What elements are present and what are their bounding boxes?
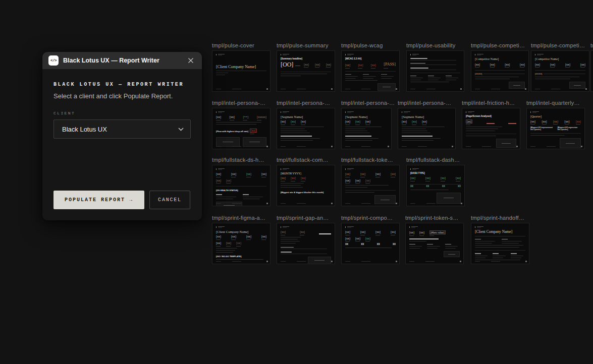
placeholder-text: [xx]: [409, 231, 414, 234]
stat-caption: [295, 66, 300, 66]
chip-caption: [304, 67, 308, 68]
chip-caption: [384, 68, 388, 69]
frame-name-label[interactable]: tmpl/fullstack-dash…: [406, 157, 460, 163]
mini-button: [569, 82, 585, 89]
placeholder-text: [xx]: [250, 129, 257, 133]
frame-name-label[interactable]: tmpl/fullstack-toke…: [341, 157, 393, 163]
placeholder-chip: [xx]: [246, 235, 251, 240]
template-frame-pulse-3[interactable]: [WCAG 2.2 AA][xx][xx][xx][PASS]: [341, 50, 400, 92]
frame-name-label[interactable]: tmpl/intel-friction-h…: [462, 100, 515, 106]
frame-name-label[interactable]: tmpl/pulse-competi…: [471, 42, 525, 48]
template-frame-intel-5[interactable]: [Page/Screen Analyzed][xx]: [462, 108, 520, 149]
template-frame-fullstack-1[interactable]: [xx][xx][xx][xx][xx][xx][DS HEALTH STATU…: [212, 165, 271, 206]
template-frame-intel-1[interactable]: [xx][xx][++][xxxxx][Flow with highest dr…: [212, 108, 271, 149]
frame-header-mark: [281, 226, 331, 228]
chip-caption: [301, 125, 305, 125]
frame-name-label[interactable]: tmpl/sprint-figma-a…: [212, 215, 265, 221]
placeholder-chip: [xx]: [425, 176, 430, 181]
template-frame-intel-6[interactable]: [Quarter][xx][xx][xx][xx][xx][Biggest UX…: [526, 108, 585, 149]
frame-name-label[interactable]: tmpl/pulse-usability: [406, 42, 456, 48]
mini-button: [216, 137, 240, 147]
client-select[interactable]: Black Lotus UX: [53, 119, 191, 139]
template-frame-pulse-7[interactable]: [Competitor Name][xx][xx][xx][xx][XX/XX]: [590, 50, 593, 92]
bold-callout-bar: [281, 136, 312, 137]
cancel-button[interactable]: CANCEL: [149, 191, 190, 209]
frame-header-mark: [410, 168, 461, 170]
template-frame-fullstack-4[interactable]: [DASH TYPE][xx][xx][xx][xx]XXXXXXXX: [406, 165, 465, 206]
skeleton-line: [402, 129, 426, 129]
mini-button: [216, 202, 242, 206]
placeholder-chip: [xx]: [365, 179, 370, 184]
placeholder-chip: [xx]: [466, 119, 472, 125]
template-frame-intel-2[interactable]: [Segment Name][xx][xx][xx]: [277, 108, 335, 149]
placeholder-text: [xx]: [412, 120, 417, 124]
frame-corner-glyph: [266, 146, 268, 147]
frame-name-label[interactable]: tmpl/pulse-summary: [277, 42, 329, 48]
frame-name-label[interactable]: tmpl/intel-persona-…: [398, 100, 451, 106]
key-label: [XX/XX]: [475, 73, 482, 75]
frame-header-mark: [281, 168, 331, 170]
chip-caption: [261, 239, 266, 240]
placeholder-text: [xx]: [231, 235, 236, 238]
chip-caption: [530, 124, 535, 125]
template-frame-sprint-4[interactable]: [xx][xx][#hex value]: [405, 223, 464, 264]
template-frame-fullstack-2[interactable]: [MONTH YYYY][xx][xx][xx][Biggest win & b…: [277, 165, 335, 206]
skeleton-line: [345, 133, 370, 133]
template-frame-sprint-2[interactable]: [xx][xx]: [277, 223, 335, 264]
frame-name-label[interactable]: tmpl/intel-persona-…: [212, 100, 265, 106]
skeleton-line: [216, 259, 263, 260]
bold-callout: [402, 136, 452, 137]
chip-caption: [226, 183, 231, 184]
template-frame-fullstack-3[interactable]: [xx][xx][xx][xx][xx][xx][xx]: [341, 165, 400, 206]
frame-name-label[interactable]: tmpl/intel-persona-…: [341, 100, 395, 106]
template-frame-pulse-2[interactable]: [Summary headline][OO][xx][xx][xx]: [277, 50, 335, 92]
mini-heading: [Client Company Name]: [475, 230, 525, 236]
frame-name-label[interactable]: tmpl/pulse-cover: [212, 42, 254, 48]
frame-name-label[interactable]: tmpl/sprint-compo…: [341, 215, 393, 221]
frame-name-label[interactable]: tmpl/intel-quarterly…: [526, 100, 580, 106]
mini-column: [243, 194, 266, 199]
mini-heading: [Segment Name]: [402, 115, 452, 118]
skeleton-line: [402, 131, 427, 131]
chip-caption: [300, 235, 304, 235]
frame-name-label[interactable]: tmpl/pulse-competi…: [590, 42, 593, 48]
skeleton-line: [535, 79, 570, 79]
skeleton-line: [281, 183, 304, 184]
close-button[interactable]: [186, 55, 196, 66]
template-frame-intel-4[interactable]: [Segment Name][xx][xx][xx]: [398, 108, 456, 149]
skeleton-line: [409, 241, 426, 241]
skeleton-line: [535, 77, 579, 77]
placeholder-bar: [487, 123, 495, 124]
mini-column: [409, 244, 424, 249]
frame-name-label[interactable]: tmpl/sprint-token-s…: [405, 215, 458, 221]
template-frame-pulse-6[interactable]: [Competitor Name][xx][xx][xx][xx][XX/XX]: [531, 50, 589, 92]
placeholder-text: [xx]: [456, 176, 461, 180]
template-frame-intel-3[interactable]: [Segment Name][xx][xx][xx]: [341, 108, 392, 149]
populate-report-button[interactable]: POPULATE REPORT →: [53, 191, 144, 209]
template-frame-pulse-4[interactable]: [406, 50, 464, 92]
frame-name-label[interactable]: tmpl/intel-persona-…: [277, 100, 330, 106]
mini-column: [363, 74, 378, 79]
placeholder-text: [xx]: [419, 231, 424, 234]
placeholder-chip: [xx]: [360, 172, 365, 177]
placeholder-text: [xx]: [216, 179, 221, 183]
template-frame-sprint-3[interactable]: [xx][xx][xx][xx][xx][xx][xx]XXXXXXXX: [341, 223, 400, 264]
template-frame-pulse-5[interactable]: [Competitor Name][xx][xx][xx][xx][XX/XX]: [471, 50, 529, 92]
chip-caption: [236, 246, 241, 247]
frame-header-mark: [345, 168, 396, 170]
chip-caption: [216, 239, 221, 240]
frame-name-label[interactable]: tmpl/pulse-competi…: [531, 42, 585, 48]
template-frame-sprint-1[interactable]: [Client Company Name][xx][xx][xx][xx][xx…: [212, 223, 271, 264]
mini-columns: [475, 239, 525, 244]
chip-caption: [216, 177, 221, 177]
placeholder-chip: [xx]: [375, 172, 381, 177]
frame-corner-glyph: [388, 146, 389, 147]
frame-name-label[interactable]: tmpl/fullstack-ds-h…: [212, 157, 264, 163]
template-frame-sprint-5[interactable]: [Client Company Name]: [471, 223, 529, 264]
frame-name-label[interactable]: tmpl/sprint-handoff…: [471, 215, 524, 221]
frame-name-label[interactable]: tmpl/fullstack-com…: [277, 157, 329, 163]
frame-name-label[interactable]: tmpl/sprint-gap-an…: [277, 215, 329, 221]
frame-name-label[interactable]: tmpl/pulse-wcag: [341, 42, 383, 48]
template-frame-pulse-1[interactable]: [Client Company Name]: [212, 50, 271, 92]
placeholder-chip: XX: [410, 186, 413, 188]
